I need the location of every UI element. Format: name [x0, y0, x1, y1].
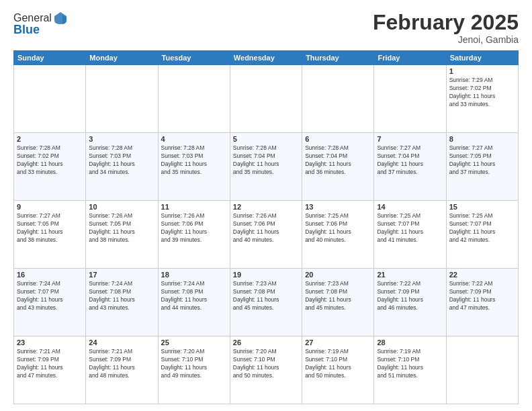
calendar-cell: 9Sunrise: 7:27 AM Sunset: 7:05 PM Daylig…: [14, 201, 86, 269]
calendar-cell: 25Sunrise: 7:20 AM Sunset: 7:10 PM Dayli…: [158, 336, 230, 404]
calendar-cell: 5Sunrise: 7:28 AM Sunset: 7:04 PM Daylig…: [230, 133, 302, 201]
day-number: 6: [305, 135, 371, 143]
day-info: Sunrise: 7:28 AM Sunset: 7:04 PM Dayligh…: [305, 144, 371, 177]
calendar-cell: 22Sunrise: 7:22 AM Sunset: 7:09 PM Dayli…: [446, 269, 518, 336]
calendar-cell: 11Sunrise: 7:26 AM Sunset: 7:06 PM Dayli…: [158, 201, 230, 269]
day-info: Sunrise: 7:26 AM Sunset: 7:06 PM Dayligh…: [233, 212, 299, 244]
day-number: 11: [161, 203, 227, 211]
calendar-cell: 18Sunrise: 7:24 AM Sunset: 7:08 PM Dayli…: [158, 269, 230, 336]
calendar-cell: 26Sunrise: 7:20 AM Sunset: 7:10 PM Dayli…: [230, 336, 302, 404]
calendar-cell: 28Sunrise: 7:19 AM Sunset: 7:10 PM Dayli…: [374, 336, 446, 404]
day-info: Sunrise: 7:24 AM Sunset: 7:07 PM Dayligh…: [17, 280, 83, 312]
day-info: Sunrise: 7:24 AM Sunset: 7:08 PM Dayligh…: [161, 280, 227, 312]
day-number: 12: [233, 203, 299, 211]
col-monday: Monday: [86, 51, 158, 65]
day-info: Sunrise: 7:28 AM Sunset: 7:03 PM Dayligh…: [161, 144, 227, 177]
day-info: Sunrise: 7:23 AM Sunset: 7:08 PM Dayligh…: [305, 280, 371, 312]
calendar-cell: 12Sunrise: 7:26 AM Sunset: 7:06 PM Dayli…: [230, 201, 302, 269]
calendar-cell: 19Sunrise: 7:23 AM Sunset: 7:08 PM Dayli…: [230, 269, 302, 336]
day-number: 26: [233, 338, 299, 347]
calendar-cell: 10Sunrise: 7:26 AM Sunset: 7:05 PM Dayli…: [86, 201, 158, 269]
day-number: 4: [161, 135, 227, 143]
day-info: Sunrise: 7:22 AM Sunset: 7:09 PM Dayligh…: [377, 280, 443, 312]
day-info: Sunrise: 7:22 AM Sunset: 7:09 PM Dayligh…: [449, 280, 515, 312]
header: General Blue February 2025 Jenoi, Gambia: [13, 11, 519, 45]
day-number: 27: [305, 338, 371, 347]
day-number: 20: [305, 271, 371, 279]
calendar-cell: 21Sunrise: 7:22 AM Sunset: 7:09 PM Dayli…: [374, 269, 446, 336]
day-number: 15: [449, 203, 515, 211]
location: Jenoi, Gambia: [373, 34, 519, 45]
col-tuesday: Tuesday: [158, 51, 230, 65]
day-info: Sunrise: 7:21 AM Sunset: 7:09 PM Dayligh…: [17, 348, 83, 380]
day-info: Sunrise: 7:29 AM Sunset: 7:02 PM Dayligh…: [449, 77, 515, 109]
calendar-cell: [158, 65, 230, 133]
day-info: Sunrise: 7:27 AM Sunset: 7:05 PM Dayligh…: [449, 144, 515, 177]
col-saturday: Saturday: [446, 51, 518, 65]
col-sunday: Sunday: [14, 51, 86, 65]
day-number: 17: [89, 271, 154, 279]
calendar-cell: 13Sunrise: 7:25 AM Sunset: 7:06 PM Dayli…: [302, 201, 374, 269]
day-number: 7: [377, 135, 443, 143]
day-number: 5: [233, 135, 299, 143]
day-number: 1: [449, 67, 515, 75]
calendar-cell: [230, 65, 302, 133]
day-info: Sunrise: 7:25 AM Sunset: 7:07 PM Dayligh…: [449, 212, 515, 244]
calendar-week-1: 1Sunrise: 7:29 AM Sunset: 7:02 PM Daylig…: [14, 65, 519, 133]
calendar-cell: [302, 65, 374, 133]
calendar-cell: 7Sunrise: 7:27 AM Sunset: 7:04 PM Daylig…: [374, 133, 446, 201]
day-number: 23: [17, 338, 83, 347]
day-info: Sunrise: 7:19 AM Sunset: 7:10 PM Dayligh…: [377, 348, 443, 380]
calendar-cell: [374, 65, 446, 133]
title-block: February 2025 Jenoi, Gambia: [373, 11, 519, 45]
calendar-cell: 4Sunrise: 7:28 AM Sunset: 7:03 PM Daylig…: [158, 133, 230, 201]
day-number: 19: [233, 271, 299, 279]
day-number: 9: [17, 203, 83, 211]
day-number: 16: [17, 271, 83, 279]
day-number: 14: [377, 203, 443, 211]
day-number: 13: [305, 203, 371, 211]
calendar-cell: 8Sunrise: 7:27 AM Sunset: 7:05 PM Daylig…: [446, 133, 518, 201]
day-number: 25: [161, 338, 227, 347]
col-friday: Friday: [374, 51, 446, 65]
day-info: Sunrise: 7:27 AM Sunset: 7:04 PM Dayligh…: [377, 144, 443, 177]
calendar-table: Sunday Monday Tuesday Wednesday Thursday…: [13, 50, 519, 404]
calendar-cell: [14, 65, 86, 133]
day-info: Sunrise: 7:21 AM Sunset: 7:09 PM Dayligh…: [89, 348, 154, 380]
calendar-cell: [446, 336, 518, 404]
calendar-week-2: 2Sunrise: 7:28 AM Sunset: 7:02 PM Daylig…: [14, 133, 519, 201]
calendar-cell: 15Sunrise: 7:25 AM Sunset: 7:07 PM Dayli…: [446, 201, 518, 269]
col-wednesday: Wednesday: [230, 51, 302, 65]
day-info: Sunrise: 7:25 AM Sunset: 7:06 PM Dayligh…: [305, 212, 371, 244]
day-number: 21: [377, 271, 443, 279]
calendar-cell: 6Sunrise: 7:28 AM Sunset: 7:04 PM Daylig…: [302, 133, 374, 201]
day-number: 28: [377, 338, 443, 347]
day-number: 10: [89, 203, 154, 211]
day-number: 18: [161, 271, 227, 279]
col-thursday: Thursday: [302, 51, 374, 65]
day-info: Sunrise: 7:28 AM Sunset: 7:02 PM Dayligh…: [17, 144, 83, 177]
calendar-week-3: 9Sunrise: 7:27 AM Sunset: 7:05 PM Daylig…: [14, 201, 519, 269]
calendar-cell: 3Sunrise: 7:28 AM Sunset: 7:03 PM Daylig…: [86, 133, 158, 201]
calendar-cell: 16Sunrise: 7:24 AM Sunset: 7:07 PM Dayli…: [14, 269, 86, 336]
calendar-page: General Blue February 2025 Jenoi, Gambia…: [0, 0, 532, 411]
calendar-cell: 2Sunrise: 7:28 AM Sunset: 7:02 PM Daylig…: [14, 133, 86, 201]
day-info: Sunrise: 7:20 AM Sunset: 7:10 PM Dayligh…: [161, 348, 227, 380]
calendar-cell: 23Sunrise: 7:21 AM Sunset: 7:09 PM Dayli…: [14, 336, 86, 404]
day-info: Sunrise: 7:28 AM Sunset: 7:04 PM Dayligh…: [233, 144, 299, 177]
day-number: 24: [89, 338, 154, 347]
calendar-cell: 17Sunrise: 7:24 AM Sunset: 7:08 PM Dayli…: [86, 269, 158, 336]
day-info: Sunrise: 7:24 AM Sunset: 7:08 PM Dayligh…: [89, 280, 154, 312]
day-number: 22: [449, 271, 515, 279]
day-info: Sunrise: 7:19 AM Sunset: 7:10 PM Dayligh…: [305, 348, 371, 380]
calendar-cell: 24Sunrise: 7:21 AM Sunset: 7:09 PM Dayli…: [86, 336, 158, 404]
calendar-cell: 1Sunrise: 7:29 AM Sunset: 7:02 PM Daylig…: [446, 65, 518, 133]
day-info: Sunrise: 7:26 AM Sunset: 7:06 PM Dayligh…: [161, 212, 227, 244]
header-row: Sunday Monday Tuesday Wednesday Thursday…: [14, 51, 519, 65]
day-info: Sunrise: 7:27 AM Sunset: 7:05 PM Dayligh…: [17, 212, 83, 244]
day-info: Sunrise: 7:20 AM Sunset: 7:10 PM Dayligh…: [233, 348, 299, 380]
day-info: Sunrise: 7:26 AM Sunset: 7:05 PM Dayligh…: [89, 212, 154, 244]
day-info: Sunrise: 7:28 AM Sunset: 7:03 PM Dayligh…: [89, 144, 154, 177]
day-number: 8: [449, 135, 515, 143]
calendar-week-4: 16Sunrise: 7:24 AM Sunset: 7:07 PM Dayli…: [14, 269, 519, 336]
